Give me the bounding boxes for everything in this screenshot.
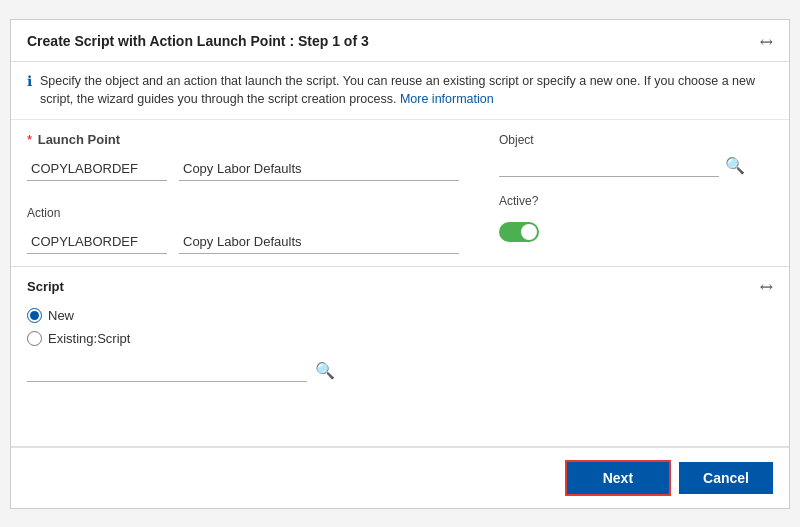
action-label-row: Action (27, 205, 459, 220)
action-label: Action (27, 206, 60, 220)
active-toggle[interactable] (499, 222, 539, 242)
info-icon: ℹ (27, 73, 32, 89)
active-label: Active? (499, 194, 538, 208)
object-active-fields: Object 🔍 Active? (499, 132, 779, 242)
existing-radio-item[interactable]: Existing:Script (27, 331, 773, 346)
script-type-radio-group: New Existing:Script (27, 308, 773, 346)
launch-point-name-input[interactable] (179, 157, 459, 181)
object-label: Object (499, 133, 534, 147)
launch-point-section: * Launch Point Action (11, 120, 789, 267)
info-text: Specify the object and an action that la… (40, 72, 773, 110)
toggle-track (499, 222, 539, 242)
dialog-title: Create Script with Action Launch Point :… (27, 33, 369, 49)
launch-point-code-input[interactable] (27, 157, 167, 181)
object-search-button[interactable]: 🔍 (723, 154, 747, 177)
script-section-header: Script ⤢ (27, 277, 773, 296)
script-search-button[interactable]: 🔍 (313, 359, 337, 382)
more-information-link[interactable]: More information (400, 92, 494, 106)
object-label-row: Object (499, 132, 779, 147)
info-bar: ℹ Specify the object and an action that … (11, 62, 789, 121)
script-section: Script ⤢ New Existing:Script 🔍 (11, 267, 789, 447)
new-radio-input[interactable] (27, 308, 42, 323)
expand-icon[interactable]: ⤢ (755, 30, 778, 53)
launch-point-row (27, 157, 459, 181)
script-section-title: Script (27, 279, 64, 294)
toggle-thumb (521, 224, 537, 240)
existing-radio-label: Existing:Script (48, 331, 130, 346)
launch-point-label-row: * Launch Point (27, 132, 459, 147)
object-row: 🔍 (499, 153, 779, 177)
object-input[interactable] (499, 153, 719, 177)
new-radio-label: New (48, 308, 74, 323)
dialog-header: Create Script with Action Launch Point :… (11, 20, 789, 62)
next-button[interactable]: Next (565, 460, 671, 496)
action-name-input[interactable] (179, 230, 459, 254)
script-search-input[interactable] (27, 358, 307, 382)
action-code-input[interactable] (27, 230, 167, 254)
cancel-button[interactable]: Cancel (679, 462, 773, 494)
action-row (27, 230, 459, 254)
script-expand-icon[interactable]: ⤢ (755, 275, 778, 298)
new-radio-item[interactable]: New (27, 308, 773, 323)
script-search-row: 🔍 (27, 358, 773, 382)
active-label-row: Active? (499, 193, 779, 208)
create-script-dialog: Create Script with Action Launch Point :… (10, 19, 790, 509)
launch-point-label: Launch Point (38, 132, 120, 147)
dialog-footer: Next Cancel (11, 447, 789, 508)
launch-point-fields: * Launch Point Action (27, 132, 459, 254)
active-toggle-row (499, 222, 779, 242)
required-star: * (27, 132, 32, 147)
existing-radio-input[interactable] (27, 331, 42, 346)
